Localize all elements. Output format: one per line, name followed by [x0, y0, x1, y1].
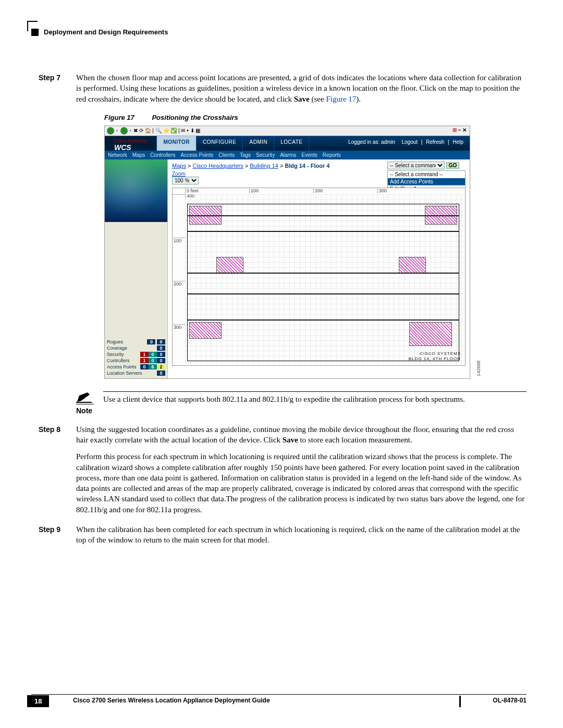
subnav-ap[interactable]: Access Points — [181, 152, 214, 158]
bc-bldg[interactable]: Building 14 — [250, 163, 278, 169]
running-header: Deployment and Design Requirements — [31, 28, 527, 36]
figure-id: 142698 — [476, 361, 481, 376]
header-section-title: Deployment and Design Requirements — [44, 28, 168, 36]
page-footer: Cisco 2700 Series Wireless Location Appl… — [31, 694, 527, 704]
step-8-label: Step 8 — [31, 424, 60, 515]
note-pencil-icon: Note — [76, 391, 94, 415]
floorplan-title-a: CISCO SYSTEMS — [420, 351, 461, 356]
back-icon[interactable] — [107, 127, 114, 134]
subnav-alarms[interactable]: Alarms — [280, 152, 296, 158]
step-9-label: Step 9 — [31, 524, 60, 546]
note-text: Use a client device that supports both 8… — [103, 391, 527, 404]
footer-doc-id: OL-8478-01 — [493, 697, 527, 704]
subnav-security[interactable]: Security — [256, 152, 275, 158]
subnav-controllers[interactable]: Controllers — [150, 152, 175, 158]
go-button[interactable]: GO — [446, 162, 460, 169]
tab-admin[interactable]: ADMIN — [243, 136, 274, 151]
page-number: 18 — [27, 695, 49, 707]
tab-monitor[interactable]: MONITOR — [157, 136, 197, 151]
help-link[interactable]: Help — [452, 139, 463, 145]
subnav-maps[interactable]: Maps — [132, 152, 145, 158]
refresh-link[interactable]: Refresh — [426, 139, 444, 145]
toolbar-icons: ✖ ⟳ 🏠 | 🔍 ⭐ ✅ | ✉ • ⬇ ▦ — [133, 128, 200, 133]
step-7-label: Step 7 — [31, 72, 60, 104]
ruler-top: 0 feet100200300400 — [185, 188, 465, 194]
floorplan-title-b: BLDG 14, 4TH FLOOR — [409, 356, 461, 361]
browser-toolbar: • • ✖ ⟳ 🏠 | 🔍 ⭐ ✅ | ✉ • ⬇ ▦ ⊞ – ✕ — [105, 126, 470, 136]
cisco-wcs-logo: Cisco Systems WCS — [105, 136, 157, 151]
sidebar-stats: Rogues0 0 Coverage0 Security100 Controll… — [107, 339, 165, 376]
bc-floor: Bldg 14 - Floor 4 — [285, 163, 329, 169]
bc-hq[interactable]: Cisco Headquarters — [192, 163, 243, 169]
svg-rect-1 — [76, 402, 92, 403]
bc-maps[interactable]: Maps — [172, 163, 186, 169]
step-9-text: When the calibration has been completed … — [76, 524, 527, 546]
subnav-reports[interactable]: Reports — [323, 152, 341, 158]
figure-17-caption: Figure 17 Positioning the Crosshairs — [104, 114, 527, 121]
svg-marker-0 — [77, 392, 90, 402]
window-controls[interactable]: ⊞ – ✕ — [452, 127, 467, 133]
footer-marker — [459, 696, 461, 707]
wcs-sidebar: Rogues0 0 Coverage0 Security100 Controll… — [105, 159, 168, 378]
zoom-label[interactable]: Zoom — [172, 171, 186, 177]
footer-doc-title: Cisco 2700 Series Wireless Location Appl… — [31, 697, 493, 704]
login-info: Logged in as: admin Logout | Refresh | H… — [344, 136, 470, 151]
figure-17-link[interactable]: Figure 17 — [326, 95, 356, 103]
command-select[interactable]: -- Select a command -- — [387, 162, 445, 169]
wcs-screenshot: • • ✖ ⟳ 🏠 | 🔍 ⭐ ✅ | ✉ • ⬇ ▦ ⊞ – ✕ Cisco … — [104, 126, 470, 379]
tab-locate[interactable]: LOCATE — [274, 136, 309, 151]
zoom-select[interactable]: 100 % — [172, 177, 199, 184]
note-label: Note — [76, 404, 94, 415]
floor-map[interactable]: 0 feet100200300400 100200300400 — [172, 188, 466, 366]
sidebar-globe-image — [105, 159, 167, 222]
subnav-tags[interactable]: Tags — [240, 152, 251, 158]
sub-nav: Network Maps Controllers Access Points C… — [105, 151, 470, 159]
logout-link[interactable]: Logout — [402, 139, 418, 145]
step-7-text: When the chosen floor map and access poi… — [76, 72, 527, 104]
subnav-network[interactable]: Network — [108, 152, 127, 158]
tab-configure[interactable]: CONFIGURE — [197, 136, 243, 151]
subnav-events[interactable]: Events — [301, 152, 317, 158]
ruler-left: 100200300400 — [173, 194, 185, 365]
forward-icon[interactable] — [120, 127, 128, 134]
step-8-text: Using the suggested location coordinates… — [76, 424, 527, 515]
subnav-clients[interactable]: Clients — [218, 152, 235, 158]
